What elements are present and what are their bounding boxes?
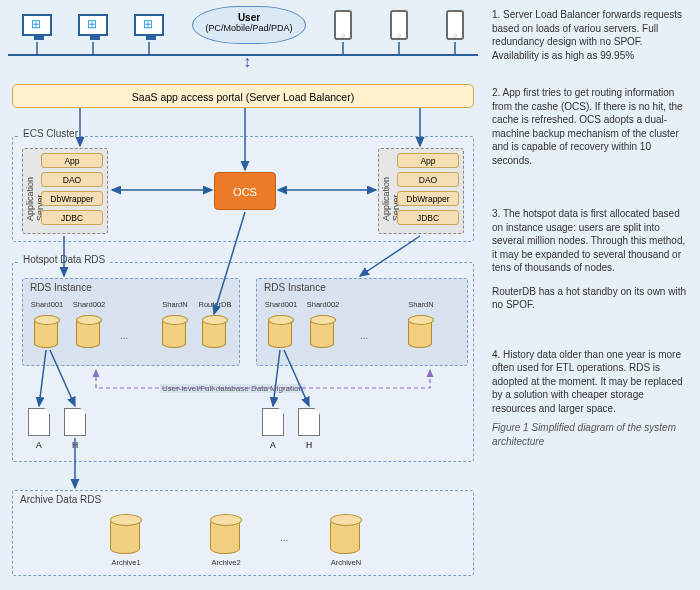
database-icon (268, 318, 292, 348)
user-title: User (238, 12, 260, 23)
database-icon (310, 318, 334, 348)
note-3b: RouterDB has a hot standby on its own wi… (492, 285, 690, 312)
database-icon (76, 318, 100, 348)
shard-label: RouterDB (196, 300, 234, 309)
shard-label: Shard001 (262, 300, 300, 309)
hotspot-title: Hotspot Data RDS (20, 254, 108, 265)
ocs-label: OCS (233, 186, 257, 198)
document-icon (64, 408, 86, 436)
document-icon (298, 408, 320, 436)
stack-layer: App (397, 153, 459, 168)
database-icon (110, 518, 140, 554)
mobile-icon (446, 10, 464, 40)
desktop-icon: ⊞ (22, 14, 52, 36)
load-balancer-box: SaaS app access portal (Server Load Bala… (12, 84, 474, 108)
user-cloud: User (PC/Mobile/Pad/PDA) (192, 6, 306, 44)
stack-layer: DbWrapper (397, 191, 459, 206)
database-icon (330, 518, 360, 554)
shard-label: Shard001 (28, 300, 66, 309)
note-1: 1. Server Load Balancer forwards request… (492, 8, 690, 62)
document-icon (262, 408, 284, 436)
stack-layer: JDBC (41, 210, 103, 225)
ellipsis: ... (120, 330, 128, 341)
stack-layer: DbWrapper (41, 191, 103, 206)
archive-label: Archive2 (206, 558, 246, 567)
note-4: 4. History data older than one year is m… (492, 348, 690, 416)
database-icon (408, 318, 432, 348)
layer-stack: App DAO DbWrapper JDBC (41, 153, 103, 229)
database-icon (202, 318, 226, 348)
shard-label: ShardN (404, 300, 438, 309)
bidir-arrow-icon: ↕ (240, 58, 254, 66)
migration-label: User-level/Full-database Data Migration (160, 384, 305, 393)
shard-label: Shard002 (304, 300, 342, 309)
ecs-title: ECS Cluster (20, 128, 81, 139)
mobile-icon (390, 10, 408, 40)
slb-label: SaaS app access portal (Server Load Bala… (132, 91, 354, 103)
stack-layer: DAO (41, 172, 103, 187)
stack-layer: DAO (397, 172, 459, 187)
app-server-right: Application Server App DAO DbWrapper JDB… (378, 148, 464, 234)
database-icon (210, 518, 240, 554)
app-server-left: Application Server App DAO DbWrapper JDB… (22, 148, 108, 234)
document-icon (28, 408, 50, 436)
archive-title: Archive Data RDS (20, 494, 101, 505)
layer-stack: App DAO DbWrapper JDBC (397, 153, 459, 229)
doc-label: H (306, 440, 312, 450)
mobile-icon (334, 10, 352, 40)
ellipsis: ... (280, 532, 288, 543)
database-icon (162, 318, 186, 348)
doc-label: A (270, 440, 276, 450)
note-3: 3. The hotspot data is first allocated b… (492, 207, 690, 312)
rds-instance-label: RDS Instance (264, 282, 326, 293)
figure-caption: Figure 1 Simplified diagram of the syste… (492, 421, 690, 448)
ocs-box: OCS (214, 172, 276, 210)
archive-label: ArchiveN (326, 558, 366, 567)
desktop-icon: ⊞ (78, 14, 108, 36)
note-2: 2. App first tries to get routing inform… (492, 86, 690, 167)
stack-layer: App (41, 153, 103, 168)
stack-layer: JDBC (397, 210, 459, 225)
shard-label: Shard002 (70, 300, 108, 309)
ellipsis: ... (360, 330, 368, 341)
doc-label: A (36, 440, 42, 450)
note-3a: 3. The hotspot data is first allocated b… (492, 207, 690, 275)
rds-instance-label: RDS Instance (30, 282, 92, 293)
desktop-icon: ⊞ (134, 14, 164, 36)
notes-sidebar: 1. Server Load Balancer forwards request… (486, 0, 700, 590)
shard-label: ShardN (158, 300, 192, 309)
archive-label: Archive1 (106, 558, 146, 567)
architecture-diagram: ⊞ ⊞ ⊞ User (PC/Mobile/Pad/PDA) ↕ SaaS ap… (0, 0, 486, 590)
database-icon (34, 318, 58, 348)
doc-label: H (72, 440, 78, 450)
user-subtitle: (PC/Mobile/Pad/PDA) (205, 23, 292, 33)
